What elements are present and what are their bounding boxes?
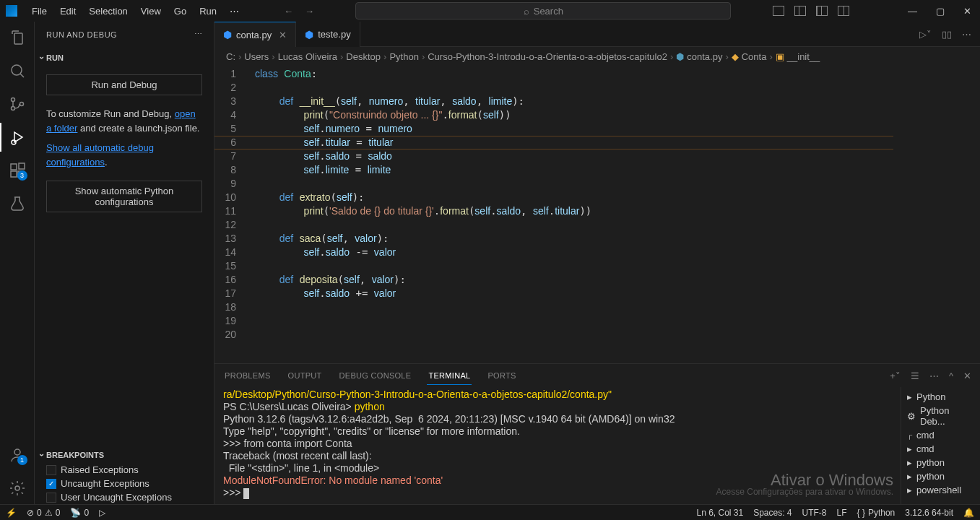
svg-point-9 (14, 449, 20, 455)
eol[interactable]: LF (837, 508, 847, 518)
maximize-button[interactable]: ▢ (933, 6, 948, 17)
explorer-icon[interactable] (9, 29, 26, 46)
account-badge: 1 (17, 455, 27, 465)
user-uncaught-exceptions-label: User Uncaught Exceptions (61, 492, 172, 503)
run-section-label: RUN (46, 53, 64, 62)
menu-selection[interactable]: Selection (83, 3, 133, 20)
menu-edit[interactable]: Edit (54, 3, 82, 20)
uncaught-exceptions-checkbox[interactable] (46, 479, 56, 489)
uncaught-exceptions-label: Uncaught Exceptions (61, 478, 149, 489)
search-icon: ⌕ (524, 6, 529, 17)
raised-exceptions-checkbox[interactable] (46, 465, 56, 475)
panel-tab-terminal[interactable]: TERMINAL (427, 367, 472, 385)
minimap[interactable] (893, 66, 980, 363)
cursor-position[interactable]: Ln 6, Col 31 (696, 508, 743, 518)
nav-forward[interactable]: → (305, 6, 314, 17)
chevron-down-icon: › (37, 454, 47, 456)
breakpoints-label: BREAKPOINTS (46, 451, 104, 459)
minimize-button[interactable]: — (905, 6, 920, 17)
show-auto-link[interactable]: Show all automatic debug configurations (46, 142, 154, 168)
python-icon: ⬢ (305, 29, 313, 40)
terminal-python3[interactable]: ▸python (901, 469, 980, 483)
svg-rect-6 (11, 171, 17, 177)
source-control-icon[interactable] (9, 95, 26, 113)
svg-point-10 (15, 486, 19, 490)
menu-run[interactable]: Run (194, 3, 222, 20)
tab-teste[interactable]: ⬢ teste.py (296, 22, 360, 47)
search-box[interactable]: ⌕ Search (355, 2, 731, 20)
chevron-down-icon: › (37, 56, 47, 59)
breadcrumb[interactable]: C:› Users› Lucas Oliveira› Desktop› Pyth… (214, 47, 980, 66)
panel-tab-debug[interactable]: DEBUG CONSOLE (338, 367, 413, 384)
svg-point-0 (12, 65, 22, 75)
nav-back[interactable]: ← (284, 6, 293, 17)
code-editor[interactable]: 1234567891011121314151617181920 class Co… (214, 66, 893, 363)
remote-button[interactable]: ⚡ (6, 508, 17, 518)
tab-conta[interactable]: ⬢ conta.py ✕ (214, 22, 296, 47)
terminal-icon: ┌ (907, 431, 912, 439)
terminal-cmd[interactable]: ┌cmd (901, 428, 980, 442)
breakpoints-header[interactable]: › BREAKPOINTS (35, 447, 214, 463)
encoding[interactable]: UTF-8 (802, 508, 827, 518)
panel-tab-output[interactable]: OUTPUT (287, 367, 324, 384)
terminal-python2[interactable]: ▸python (901, 456, 980, 469)
code-content[interactable]: class Conta: def __init__(self, numero, … (255, 66, 893, 363)
panel-close-button[interactable]: ✕ (963, 370, 971, 381)
svg-rect-5 (11, 164, 17, 170)
language-mode[interactable]: { } Python (857, 508, 896, 518)
tab-label: teste.py (318, 29, 351, 40)
terminal-powershell[interactable]: ▸powershell (901, 483, 980, 497)
new-terminal-button[interactable]: +˅ (890, 370, 901, 381)
debug-icon: ⚙ (907, 411, 916, 422)
close-button[interactable]: ✕ (961, 6, 974, 17)
split-editor-button[interactable]: ▯▯ (942, 29, 952, 40)
settings-icon[interactable] (9, 480, 26, 497)
sidebar-title: RUN AND DEBUG (46, 30, 117, 39)
menu-file[interactable]: File (26, 3, 53, 20)
run-section-header[interactable]: › RUN (35, 50, 214, 66)
panel-tab-problems[interactable]: PROBLEMS (223, 367, 272, 384)
tab-close[interactable]: ✕ (279, 30, 287, 40)
run-debug-icon[interactable] (9, 129, 26, 146)
terminal-icon: ▸ (907, 485, 912, 495)
run-indicator[interactable]: ▷ (99, 508, 105, 518)
layout-icon-3[interactable] (816, 6, 828, 16)
raised-exceptions-label: Raised Exceptions (61, 464, 139, 475)
account-icon[interactable]: 1 (9, 446, 26, 464)
panel-tab-ports[interactable]: PORTS (486, 367, 517, 384)
terminal-cmd2[interactable]: ▸cmd (901, 442, 980, 456)
terminal[interactable]: ra/Desktop/Python/Curso-Python-3-Introdu… (214, 387, 901, 504)
svg-point-1 (11, 98, 14, 102)
terminal-more-button[interactable]: ⋯ (929, 370, 939, 381)
svg-rect-8 (19, 163, 25, 169)
extensions-icon[interactable]: 3 (9, 162, 26, 179)
class-icon: ◆ (732, 51, 739, 62)
extensions-badge: 3 (17, 170, 27, 181)
menu-go[interactable]: Go (168, 3, 192, 20)
panel-maximize-button[interactable]: ^ (949, 370, 953, 381)
vscode-icon (6, 5, 17, 17)
terminal-python[interactable]: ▸Python (901, 390, 980, 404)
errors-status[interactable]: ⊘ 0 ⚠ 0 (27, 508, 60, 518)
search-icon[interactable] (9, 62, 26, 79)
run-file-button[interactable]: ▷˅ (919, 29, 932, 40)
layout-icon-1[interactable] (773, 6, 784, 16)
show-python-button[interactable]: Show automatic Python configurations (46, 181, 202, 212)
search-placeholder: Search (534, 6, 563, 17)
user-uncaught-exceptions-checkbox[interactable] (46, 493, 56, 503)
terminal-python-deb[interactable]: ⚙Python Deb... (901, 404, 980, 428)
python-version[interactable]: 3.12.6 64-bit (905, 508, 953, 518)
run-and-debug-button[interactable]: Run and Debug (46, 74, 202, 95)
sidebar-more[interactable]: ⋯ (194, 30, 203, 39)
menu-more[interactable]: ⋯ (224, 3, 245, 20)
menu-view[interactable]: View (135, 3, 167, 20)
layout-icon-4[interactable] (838, 6, 849, 16)
svg-point-3 (19, 103, 23, 106)
port-status[interactable]: 📡 0 (70, 508, 89, 518)
split-terminal-button[interactable]: ☰ (911, 370, 919, 381)
indentation[interactable]: Spaces: 4 (753, 508, 792, 518)
tab-more-button[interactable]: ⋯ (962, 29, 971, 40)
layout-icon-2[interactable] (794, 6, 806, 16)
testing-icon[interactable] (9, 195, 26, 212)
notifications-button[interactable]: 🔔 (963, 508, 974, 518)
